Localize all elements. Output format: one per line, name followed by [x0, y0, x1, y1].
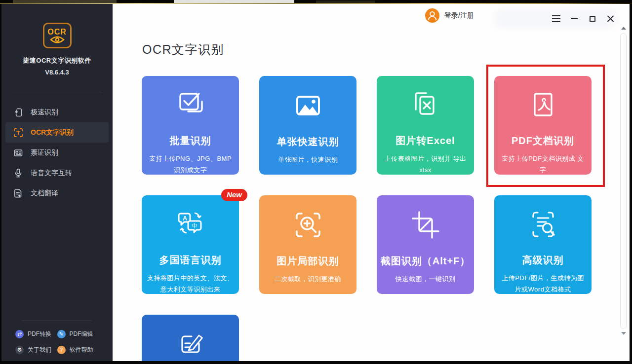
card-batch-recognition[interactable]: 批量识别 支持上传PNG、JPG、BMP 识别成文字: [142, 76, 239, 175]
sidebar: OCR 捷速OCR文字识别软件 V8.6.4.3 极速识别: [1, 4, 113, 361]
sidebar-item-label: 文档翻译: [31, 189, 58, 198]
sidebar-item-label: 极速识别: [31, 108, 58, 117]
main-area: 登录/注册 OCR文字识别 批量识别 支持上传PNG、JP: [113, 4, 630, 361]
card-subtitle: 支持将图片中的英文、法文、 意大利文等识别出来: [142, 272, 239, 295]
card-title: 截图识别（Alt+F）: [381, 255, 471, 268]
close-icon[interactable]: [605, 13, 617, 25]
sidebar-item-ticket-recognition[interactable]: 票证识别: [5, 143, 109, 163]
edit-note-icon: [173, 327, 208, 361]
help-icon: ?: [57, 346, 66, 354]
microphone-icon: [13, 168, 23, 178]
svg-text:中: 中: [192, 222, 198, 229]
footer-item-label: PDF转换: [28, 330, 51, 338]
sidebar-item-label: 票证识别: [31, 148, 58, 157]
card-subtitle: 支持上传PNG、JPG、BMP 识别成文字: [142, 153, 239, 176]
card-multilanguage-recognition[interactable]: New A 中 多国语言识别 支持将图片中的英文、法文、 意大利文等识别出来: [142, 195, 239, 294]
maximize-icon[interactable]: [587, 13, 598, 25]
excel-doc-icon: [408, 88, 443, 122]
app-version: V8.6.4.3: [1, 69, 113, 76]
user-avatar-icon: [425, 8, 439, 23]
footer-item-label: PDF编辑: [70, 330, 93, 338]
image-icon: [291, 88, 325, 123]
pdf-icon: [526, 88, 560, 122]
minimize-icon[interactable]: [568, 13, 580, 25]
pdf-edit-icon: ✎: [57, 330, 66, 338]
page-title: OCR文字识别: [142, 41, 224, 58]
sidebar-item-pdf-edit[interactable]: ✎ PDF编辑: [57, 330, 99, 338]
flash-doc-icon: [13, 108, 23, 117]
logo-ocr-text: OCR: [47, 28, 67, 36]
about-gear-icon: ⚙: [15, 346, 24, 354]
ocr-scan-icon: [13, 128, 23, 138]
card-title: 批量识别: [170, 134, 211, 147]
scroll-down-arrow-icon[interactable]: [621, 332, 626, 335]
doc-search-icon: [526, 207, 560, 242]
sidebar-item-fast-recognition[interactable]: 极速识别: [5, 102, 109, 122]
hamburger-menu-icon[interactable]: [550, 13, 562, 25]
crop-icon: [408, 207, 443, 243]
footer-item-label: 关于我们: [28, 346, 51, 354]
new-badge: New: [221, 189, 247, 201]
sidebar-item-label: 语音文字互转: [31, 169, 72, 178]
card-subtitle: 快速截图，一键识别: [391, 273, 461, 285]
app-window: OCR 捷速OCR文字识别软件 V8.6.4.3 极速识别: [1, 4, 630, 361]
eye-icon: [50, 36, 65, 43]
sidebar-item-ocr-text-recognition[interactable]: OCR文字识别: [5, 122, 109, 143]
sidebar-item-about-us[interactable]: ⚙ 关于我们: [15, 346, 57, 354]
sidebar-item-label: OCR文字识别: [31, 128, 74, 137]
footer-item-label: 软件帮助: [70, 346, 93, 354]
svg-text:A: A: [182, 215, 187, 222]
card-single-fast-recognition[interactable]: 单张快速识别 单张图片，快速识别: [259, 76, 356, 175]
card-pdf-document-recognition[interactable]: PDF文档识别 支持上传PDF文档识别成 文字: [494, 76, 592, 175]
card-subtitle: 二次截取，识别更准确: [270, 273, 346, 285]
language-bubbles-icon: A 中: [173, 207, 208, 242]
card-title: 图片转Excel: [395, 134, 455, 147]
scroll-up-arrow-icon[interactable]: [621, 27, 626, 30]
window-controls: [550, 13, 617, 25]
divider: [12, 91, 102, 91]
scrollbar-thumb[interactable]: [620, 33, 627, 329]
card-image-to-excel[interactable]: 图片转Excel 上传表格图片，识别并 导出xlsx: [377, 76, 474, 175]
card-title: 高级识别: [522, 254, 564, 267]
video-frame-top: [0, 0, 632, 4]
card-title: 多国语言识别: [159, 254, 222, 267]
card-subtitle: 单张图片，快速识别: [273, 154, 343, 165]
login-register-button[interactable]: 登录/注册: [425, 8, 474, 23]
login-register-label: 登录/注册: [444, 11, 474, 20]
sidebar-item-pdf-convert[interactable]: ⇄ PDF转换: [15, 330, 57, 338]
card-advanced-recognition[interactable]: 高级识别 上传PDF/图片，生成转为图 片或Word文档格式: [494, 195, 592, 294]
pdf-convert-icon: ⇄: [15, 330, 24, 338]
card-title: 图片局部识别: [277, 255, 339, 268]
ticket-icon: [13, 148, 23, 158]
card-image-partial-recognition[interactable]: 图片局部识别 二次截取，识别更准确: [259, 195, 356, 294]
card-title: 单张快速识别: [277, 135, 339, 148]
app-logo: OCR: [43, 23, 72, 48]
feature-card-grid: 批量识别 支持上传PNG、JPG、BMP 识别成文字 单张快速识别 单张图片，快…: [142, 76, 592, 361]
vertical-scrollbar[interactable]: [619, 25, 628, 360]
sidebar-item-document-translation[interactable]: 文档翻译: [5, 183, 109, 203]
card-title: PDF文档识别: [512, 134, 574, 147]
sidebar-menu: 极速识别 OCR文字识别: [1, 102, 113, 203]
translate-doc-icon: [13, 188, 23, 198]
app-name: 捷速OCR文字识别软件: [1, 56, 113, 65]
card-subtitle: 上传表格图片，识别并 导出xlsx: [377, 153, 474, 176]
sidebar-footer: ⇄ PDF转换 ✎ PDF编辑 ⚙ 关于我们 ? 软件帮助: [1, 321, 113, 354]
batch-check-icon: [173, 88, 208, 122]
frame-artifact: [0, 3, 632, 4]
sidebar-item-software-help[interactable]: ? 软件帮助: [57, 346, 99, 354]
card-subtitle: 支持上传PDF文档识别成 文字: [494, 153, 592, 176]
card-screenshot-recognition[interactable]: 截图识别（Alt+F） 快速截图，一键识别: [377, 195, 474, 294]
card-partial-bottom[interactable]: [142, 315, 239, 361]
sidebar-item-speech-text[interactable]: 语音文字互转: [5, 163, 109, 183]
magnifier-area-icon: [291, 207, 325, 243]
divider: [22, 321, 92, 321]
card-subtitle: 上传PDF/图片，生成转为图 片或Word文档格式: [494, 272, 592, 295]
